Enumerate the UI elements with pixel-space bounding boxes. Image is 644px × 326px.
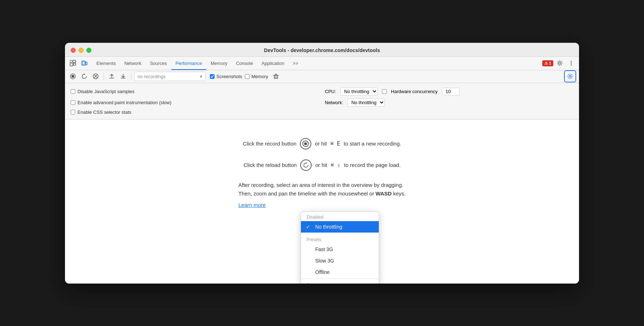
cpu-section: CPU: No throttling Hardware concurrency xyxy=(325,87,573,96)
dropdown-group-presets: Presets xyxy=(301,234,379,244)
reload-text-3: to record the page load. xyxy=(344,162,401,168)
toolbar-separator-1 xyxy=(104,73,104,80)
minimize-button[interactable] xyxy=(79,48,84,53)
dropdown-item-fast-3g[interactable]: Fast 3G xyxy=(301,244,379,255)
memory-checkbox-label[interactable]: Memory xyxy=(245,74,268,79)
dropdown-divider-2 xyxy=(301,279,379,279)
hardware-concurrency-label: Hardware concurrency xyxy=(391,89,438,94)
settings-row-1: Disable JavaScript samples CPU: No throt… xyxy=(71,86,573,97)
settings-row-3: Enable CSS selector stats xyxy=(71,108,573,116)
desc-line2: Then, zoom and pan the timeline with the… xyxy=(238,189,406,198)
svg-rect-6 xyxy=(86,62,87,65)
dropdown-item-offline[interactable]: Offline xyxy=(301,266,379,278)
toolbar: no recordings ▾ Screenshots Memory xyxy=(65,70,579,83)
dropdown-group-custom: Custom xyxy=(301,280,379,284)
settings-icon[interactable] xyxy=(555,58,565,68)
settings-row-2: Enable advanced paint instrumentation (s… xyxy=(71,97,573,108)
svg-rect-3 xyxy=(74,63,76,65)
refresh-button[interactable] xyxy=(79,71,89,81)
tab-sources[interactable]: Sources xyxy=(146,56,171,70)
svg-rect-16 xyxy=(274,75,278,78)
advanced-paint-label: Enable advanced paint instrumentation (s… xyxy=(77,100,171,105)
dropdown-item-slow-3g[interactable]: Slow 3G xyxy=(301,255,379,266)
network-throttle-select[interactable]: No throttling xyxy=(347,98,385,107)
upload-button[interactable] xyxy=(107,71,117,81)
instructions-text: After recording, select an area of inter… xyxy=(238,181,406,209)
svg-point-12 xyxy=(71,75,74,78)
svg-point-9 xyxy=(571,63,572,64)
record-text-3: to start a new recording. xyxy=(344,141,401,147)
advanced-paint-setting: Enable advanced paint instrumentation (s… xyxy=(71,100,171,105)
css-selector-label: Enable CSS selector stats xyxy=(77,109,131,115)
close-button[interactable] xyxy=(71,48,76,53)
css-selector-checkbox[interactable] xyxy=(71,110,75,114)
record-inner xyxy=(304,142,307,145)
svg-rect-1 xyxy=(73,60,76,62)
main-content: Click the record button or hit ⌘ E to st… xyxy=(65,119,579,284)
clear-button[interactable] xyxy=(91,71,101,81)
dropdown-divider-1 xyxy=(301,233,379,234)
record-button[interactable] xyxy=(68,71,78,81)
svg-point-7 xyxy=(559,62,561,64)
reload-icon xyxy=(300,159,312,171)
svg-point-19 xyxy=(569,76,571,77)
tab-network[interactable]: Network xyxy=(120,56,146,70)
learn-more-link[interactable]: Learn more xyxy=(238,202,266,208)
desc-line1: After recording, select an area of inter… xyxy=(238,181,406,189)
memory-checkbox[interactable] xyxy=(245,74,250,79)
content-instructions: Click the record button or hit ⌘ E to st… xyxy=(82,138,562,209)
disable-js-label: Disable JavaScript samples xyxy=(77,89,135,94)
disable-js-checkbox[interactable] xyxy=(71,89,75,94)
title-bar: DevTools - developer.chrome.com/docs/dev… xyxy=(65,43,579,57)
tab-elements[interactable]: Elements xyxy=(92,56,120,70)
traffic-lights xyxy=(71,48,91,53)
cpu-label: CPU: xyxy=(325,89,336,94)
cpu-throttle-select[interactable]: No throttling xyxy=(340,87,378,96)
tab-performance[interactable]: Performance xyxy=(171,56,206,70)
tab-memory[interactable]: Memory xyxy=(206,56,232,70)
record-text-2: or hit xyxy=(315,141,327,147)
collect-garbage-icon[interactable] xyxy=(271,71,281,81)
svg-rect-5 xyxy=(82,62,85,65)
screenshots-checkbox[interactable] xyxy=(210,74,215,79)
dropdown-group-disabled: Disabled xyxy=(301,212,379,221)
css-selector-setting: Enable CSS selector stats xyxy=(71,109,131,115)
advanced-paint-checkbox[interactable] xyxy=(71,100,75,105)
window-title: DevTools - developer.chrome.com/docs/dev… xyxy=(264,47,380,53)
hardware-concurrency-input[interactable] xyxy=(442,88,460,95)
recordings-dropdown[interactable]: no recordings ▾ xyxy=(134,72,206,81)
tab-application[interactable]: Application xyxy=(257,56,289,70)
toolbar-separator-2 xyxy=(131,73,131,80)
reload-text-2: or hit xyxy=(315,162,327,168)
settings-panel: Disable JavaScript samples CPU: No throt… xyxy=(65,83,579,119)
reload-instruction: Click the reload button or hit ⌘ ⇧ to re… xyxy=(243,159,401,171)
maximize-button[interactable] xyxy=(86,48,91,53)
device-toolbar-icon[interactable] xyxy=(79,58,89,68)
record-text-1: Click the record button xyxy=(243,141,296,147)
hardware-concurrency-checkbox[interactable] xyxy=(382,89,387,94)
settings-left: Disable JavaScript samples xyxy=(71,89,319,94)
record-instruction: Click the record button or hit ⌘ E to st… xyxy=(243,138,401,149)
svg-point-8 xyxy=(571,61,572,62)
tab-console[interactable]: Console xyxy=(232,56,257,70)
record-icon xyxy=(300,138,311,149)
reload-text-1: Click the reload button xyxy=(243,162,297,168)
record-shortcut: ⌘ E xyxy=(331,141,340,147)
toolbar-right: Screenshots Memory xyxy=(210,71,281,81)
tab-overflow[interactable]: >> xyxy=(288,56,302,70)
screenshots-checkbox-label[interactable]: Screenshots xyxy=(210,74,242,79)
svg-rect-0 xyxy=(70,60,72,62)
network-label: Network: xyxy=(325,100,343,105)
disable-js-setting: Disable JavaScript samples xyxy=(71,89,135,94)
tab-bar: Elements Network Sources Performance Mem… xyxy=(65,57,579,70)
tab-icons xyxy=(68,58,89,68)
svg-point-10 xyxy=(571,65,572,66)
tab-right-icons: ⚠ 1 xyxy=(542,58,576,68)
settings-left-2: Enable advanced paint instrumentation (s… xyxy=(71,100,319,105)
download-button[interactable] xyxy=(118,71,128,81)
dropdown-item-no-throttling[interactable]: ✓ No throttling xyxy=(301,221,379,233)
settings-button[interactable] xyxy=(564,70,576,82)
more-options-icon[interactable] xyxy=(566,58,576,68)
inspect-icon[interactable] xyxy=(68,58,78,68)
network-throttle-dropdown: Disabled ✓ No throttling Presets Fast 3G… xyxy=(301,212,379,284)
